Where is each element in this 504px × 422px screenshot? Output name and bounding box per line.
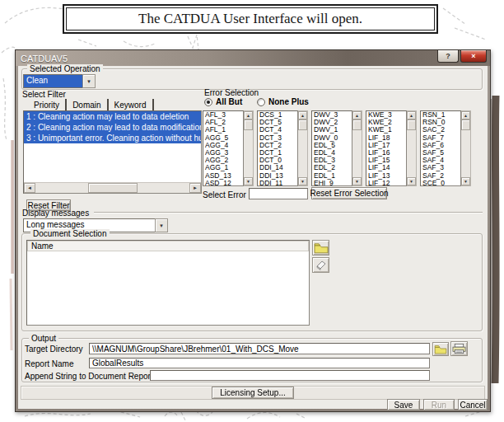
scroll-thumb[interactable]	[352, 120, 362, 130]
error-list-2-items[interactable]: DCS_1DCT_5DCT_4DCT_3DCT_2DCT_1DCT_0DDI_1…	[257, 110, 298, 186]
scroll-up-icon[interactable]: ▲	[244, 111, 253, 120]
display-messages-label: Display messages	[22, 209, 89, 218]
save-button[interactable]: Save	[387, 399, 420, 410]
radio-all-but-label: All But	[216, 97, 242, 106]
priority-list[interactable]: 1 : Cleaning action may lead to data del…	[23, 110, 202, 194]
output-legend: Output	[29, 334, 58, 343]
scroll-track[interactable]	[35, 183, 189, 193]
error-list-2-scrollbar[interactable]: ▲ ▼	[298, 110, 308, 186]
chevron-down-icon[interactable]: ▼	[155, 218, 168, 232]
list-item[interactable]: LIF_12	[366, 180, 406, 186]
list-item[interactable]: ASD_12	[203, 180, 243, 186]
radio-none-plus[interactable]: None Plus	[257, 97, 309, 106]
error-list-1[interactable]: AFL_3AFL_2AFL_1AGG_5AGG_4AGG_3AGG_2AGG_1…	[203, 110, 254, 186]
report-name-input[interactable]	[89, 358, 430, 368]
error-list-5[interactable]: RSN_1RSN_0SAC_2SAF_7SAF_6SAF_5SAF_4SAF_3…	[420, 110, 471, 186]
priority-hscrollbar[interactable]: ◄ ►	[24, 182, 201, 193]
report-name-label: Report Name	[25, 359, 73, 368]
close-button[interactable]: ×	[460, 50, 487, 63]
dialog-client-area: Selected Operation Clean ▼ Select Filter…	[18, 66, 488, 409]
list-item[interactable]: 3 : Unimportant error. Cleaning action w…	[24, 133, 201, 143]
licensing-setup-button[interactable]: Licensing Setup...	[212, 387, 294, 399]
tab-keyword[interactable]: Keyword	[109, 101, 152, 110]
error-list-3-items[interactable]: DWV_3DWV_2DWV_1DWV_0EDL_5EDL_4EDL_3EDL_2…	[311, 110, 352, 186]
scroll-thumb[interactable]	[461, 120, 470, 130]
select-error-label: Select Error	[203, 190, 246, 199]
scroll-down-icon[interactable]: ▼	[244, 177, 253, 185]
scroll-thumb[interactable]	[244, 120, 253, 130]
error-list-3[interactable]: DWV_3DWV_2DWV_1DWV_0EDL_5EDL_4EDL_3EDL_2…	[311, 110, 362, 186]
scroll-down-icon[interactable]: ▼	[461, 177, 470, 185]
help-icon: ?	[446, 52, 450, 60]
document-selection-legend: Document Selection	[30, 229, 110, 238]
separator-line	[94, 212, 483, 213]
scroll-up-icon[interactable]: ▲	[352, 111, 362, 120]
list-item[interactable]: 1 : Cleaning action may lead to data del…	[24, 111, 201, 122]
help-button[interactable]: ?	[437, 50, 459, 63]
filter-tabs: Priority Domain Keyword	[28, 99, 154, 110]
catduav5-dialog: CATDUAV5 ? × Selected Operation Clean ▼ …	[15, 49, 491, 412]
scroll-left-icon[interactable]: ◄	[24, 183, 35, 193]
error-list-2[interactable]: DCS_1DCT_5DCT_4DCT_3DCT_2DCT_1DCT_0DDI_1…	[257, 110, 308, 186]
error-list-5-items[interactable]: RSN_1RSN_0SAC_2SAF_7SAF_6SAF_5SAF_4SAF_3…	[420, 110, 461, 186]
error-list-4-scrollbar[interactable]: ▲ ▼	[407, 110, 417, 186]
list-item[interactable]: DDI_11	[258, 180, 297, 186]
folder-icon	[314, 242, 329, 254]
list-item[interactable]: EHI_9	[312, 180, 352, 186]
reset-error-selection-button[interactable]: Reset Error Selection	[311, 187, 387, 199]
add-document-button[interactable]	[312, 240, 329, 256]
eraser-icon	[315, 260, 328, 270]
chevron-down-icon[interactable]: ▼	[82, 74, 96, 88]
scroll-down-icon[interactable]: ▼	[352, 177, 362, 185]
folder-icon	[434, 345, 447, 354]
scroll-up-icon[interactable]: ▲	[298, 111, 307, 120]
window-title: CATDUAV5	[16, 54, 68, 63]
scroll-thumb[interactable]	[407, 120, 416, 130]
priority-list-items: 1 : Cleaning action may lead to data del…	[24, 111, 201, 143]
radio-none-plus-label: None Plus	[268, 97, 309, 106]
document-list[interactable]: Name	[26, 240, 310, 326]
radio-checked-icon[interactable]	[204, 98, 212, 106]
remove-document-button[interactable]	[312, 257, 329, 273]
scroll-down-icon[interactable]: ▼	[407, 177, 416, 185]
error-list-5-scrollbar[interactable]: ▲ ▼	[461, 110, 471, 186]
close-icon: ×	[471, 52, 475, 60]
scroll-up-icon[interactable]: ▲	[461, 111, 470, 120]
instruction-banner-text: The CATDUA User Interface will open.	[66, 7, 435, 30]
radio-unchecked-icon[interactable]	[257, 98, 265, 106]
scroll-down-icon[interactable]: ▼	[298, 177, 307, 185]
select-filter-label: Select Filter	[22, 90, 66, 99]
error-list-1-scrollbar[interactable]: ▲ ▼	[244, 110, 254, 186]
cancel-button[interactable]: Cancel	[458, 399, 488, 410]
select-error-input[interactable]	[249, 188, 308, 199]
printer-icon	[452, 343, 466, 354]
target-directory-input[interactable]	[89, 343, 430, 354]
operation-combobox-value: Clean	[23, 74, 82, 88]
selected-operation-legend: Selected Operation	[27, 64, 103, 73]
tab-separator	[152, 99, 154, 110]
error-list-1-items[interactable]: AFL_3AFL_2AFL_1AGG_5AGG_4AGG_3AGG_2AGG_1…	[203, 110, 244, 186]
scroll-thumb[interactable]	[88, 183, 138, 193]
append-string-input[interactable]	[150, 370, 430, 381]
tab-priority[interactable]: Priority	[28, 101, 65, 110]
instruction-banner: The CATDUA User Interface will open.	[63, 4, 438, 34]
print-report-button[interactable]	[450, 341, 468, 356]
document-list-name-header[interactable]: Name	[27, 241, 309, 251]
scroll-right-icon[interactable]: ►	[189, 183, 201, 193]
operation-combobox[interactable]: Clean ▼	[23, 74, 96, 88]
browse-directory-button[interactable]	[432, 342, 449, 356]
error-list-3-scrollbar[interactable]: ▲ ▼	[352, 110, 362, 186]
scroll-up-icon[interactable]: ▲	[407, 111, 416, 120]
append-string-label: Append String to Document Report	[25, 372, 153, 381]
error-list-4[interactable]: KWE_3KWE_2KWE_1LIF_18LIF_17LIF_16LIF_15L…	[366, 110, 417, 186]
radio-all-but[interactable]: All But	[204, 97, 242, 106]
run-button[interactable]: Run	[423, 399, 455, 410]
error-list-4-items[interactable]: KWE_3KWE_2KWE_1LIF_18LIF_17LIF_16LIF_15L…	[366, 110, 407, 186]
list-item[interactable]: SCE_0	[421, 180, 460, 186]
target-directory-label: Target Directory	[25, 345, 83, 354]
tab-domain[interactable]: Domain	[67, 101, 106, 110]
scroll-thumb[interactable]	[298, 120, 307, 130]
error-selection-label: Error Selection	[204, 88, 259, 97]
list-item[interactable]: 2 : Cleaning action may lead to data mod…	[24, 122, 201, 133]
